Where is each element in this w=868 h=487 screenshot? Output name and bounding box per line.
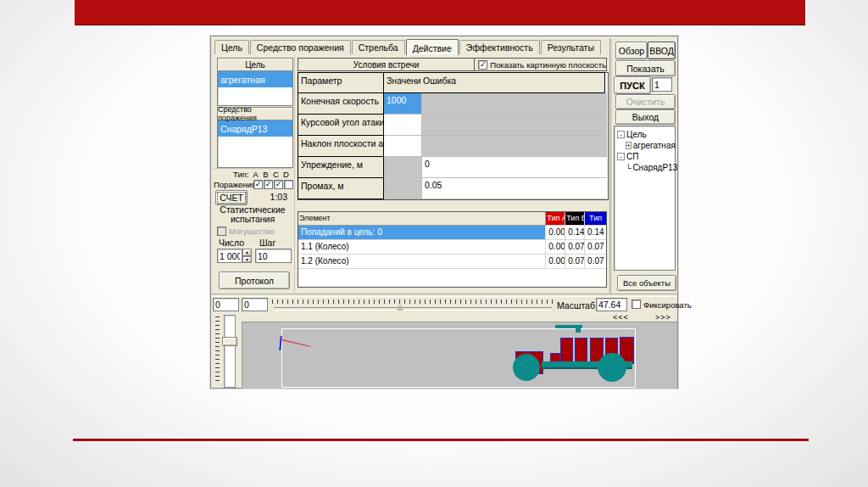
- fix-scale-checkbox[interactable]: [632, 299, 641, 309]
- tree-node-projectile[interactable]: └ СнарядР13: [617, 162, 675, 173]
- param-error-cell: [422, 93, 607, 115]
- power-row: Могущество: [217, 227, 275, 236]
- col-element: Элемент: [298, 212, 546, 226]
- scroll-left-arrows[interactable]: <<<: [613, 313, 629, 322]
- protocol-button[interactable]: Протокол: [219, 271, 290, 289]
- all-objects-button[interactable]: Все объекты: [617, 275, 676, 291]
- count-button[interactable]: СЧЕТ: [215, 190, 248, 205]
- show-plane-checkbox[interactable]: ✓: [478, 60, 487, 70]
- col-param: Параметр: [298, 72, 384, 93]
- tree-node-sp[interactable]: - СП: [617, 151, 675, 162]
- param-error-cell[interactable]: 0.05: [422, 178, 607, 199]
- param-name: Промах, м: [298, 177, 384, 199]
- element-name: 1.2 (Колесо): [298, 255, 546, 269]
- vertical-ruler: [215, 316, 220, 384]
- coord-y-input[interactable]: [242, 298, 268, 311]
- stats-title: Статистические испытания: [211, 205, 294, 224]
- step-input[interactable]: [255, 249, 292, 263]
- param-name: Упреждение, м: [298, 156, 384, 178]
- type-label: Тип:: [233, 170, 248, 179]
- power-checkbox[interactable]: [217, 227, 226, 236]
- table-row[interactable]: 1.2 (Колесо) 0.001 0.077 0.07: [298, 255, 606, 269]
- coord-x-input[interactable]: [213, 298, 239, 311]
- position-slider-thumb[interactable]: [397, 304, 403, 311]
- slide-bottom-red-line: [73, 439, 809, 441]
- tab-results[interactable]: Результаты: [541, 40, 601, 54]
- conditions-table-header: Параметр Значение Ошибка: [298, 73, 608, 93]
- conditions-title: Условия встречи: [298, 59, 475, 70]
- scale-label: Масштаб:: [557, 300, 598, 311]
- spin-up-icon[interactable]: ▲: [242, 249, 252, 256]
- weapon-list-item[interactable]: СнарядР13: [218, 120, 292, 137]
- presentation-slide: Цель Средство поражения Стрельба Действи…: [0, 0, 868, 487]
- spinner-buttons: ▲ ▼: [242, 249, 252, 263]
- overview-button[interactable]: Обзор: [615, 42, 648, 59]
- param-name: Наклон плоскости атаки,: [298, 135, 384, 157]
- position-slider-track[interactable]: [274, 307, 552, 311]
- show-button[interactable]: Показать: [615, 60, 676, 76]
- tree-expand-icon[interactable]: +: [626, 142, 632, 149]
- hits-label: Поражения: [214, 180, 253, 189]
- tab-firing[interactable]: Стрельба: [352, 40, 405, 54]
- start-button[interactable]: ПУСК: [614, 76, 651, 94]
- col-type-c: Тип: [585, 212, 606, 226]
- conditions-header-bar: Условия встречи ✓ Показать картинную пло…: [298, 58, 607, 71]
- tree-collapse-icon[interactable]: -: [617, 153, 625, 160]
- tree-node-label: Цель: [626, 130, 647, 139]
- number-label: Число: [219, 238, 244, 248]
- tree-node-label: СнарядР13: [632, 163, 677, 172]
- scroll-right-arrows[interactable]: >>>: [655, 313, 671, 322]
- number-spinner: ▲ ▼: [217, 249, 252, 263]
- tab-target[interactable]: Цель: [214, 40, 249, 54]
- param-error-cell[interactable]: 0: [422, 157, 607, 178]
- exit-button[interactable]: Выход: [615, 109, 676, 125]
- hit-type-c-checkbox[interactable]: ✓: [274, 180, 283, 189]
- middle-right-splitter[interactable]: [609, 38, 612, 294]
- results-table-header: Элемент Тип A Тип B Тип: [298, 212, 606, 226]
- weapon-listbox-header[interactable]: Средство поражения: [218, 108, 292, 120]
- input-mode-button[interactable]: ВВОД: [648, 42, 676, 59]
- tree-node-label: СП: [626, 152, 638, 161]
- tab-weapon[interactable]: Средство поражения: [250, 40, 351, 54]
- clear-button[interactable]: Очистить: [615, 94, 676, 109]
- value-type-a: 0.002: [546, 226, 565, 240]
- col-error: Ошибка: [420, 72, 605, 93]
- tab-action[interactable]: Действие: [406, 39, 459, 55]
- element-name: 1.1 (Колесо): [298, 240, 546, 255]
- param-value-cell[interactable]: [384, 136, 422, 157]
- hit-type-b-checkbox[interactable]: ✓: [264, 180, 273, 189]
- start-count-input[interactable]: [652, 77, 672, 92]
- type-letter-a: A: [250, 170, 260, 179]
- check-icon: ✓: [265, 181, 272, 188]
- tree-collapse-icon[interactable]: -: [617, 131, 625, 138]
- spin-down-icon[interactable]: ▼: [242, 256, 252, 264]
- param-value-cell[interactable]: 1000: [384, 93, 422, 115]
- target-listbox-header[interactable]: Цель: [218, 59, 292, 71]
- vertical-slider-thumb[interactable]: [222, 337, 237, 346]
- table-row[interactable]: Попаданий в цель: 0 0.002 0.144 0.14: [298, 226, 606, 240]
- element-name: Попаданий в цель: 0: [298, 226, 546, 240]
- scale-input[interactable]: [596, 298, 627, 311]
- tab-effectiveness[interactable]: Эффективность: [459, 40, 540, 54]
- type-letter-b: B: [260, 170, 270, 179]
- tree-node-target[interactable]: - Цель: [617, 129, 675, 140]
- tree-node-aggregate[interactable]: + агрегатная: [617, 140, 675, 151]
- hit-type-a-checkbox[interactable]: ✓: [253, 180, 263, 189]
- fix-scale-label: Фиксировать: [643, 300, 692, 310]
- value-type-b: 0.073: [565, 240, 585, 255]
- param-value-cell[interactable]: [384, 115, 422, 136]
- vertical-slider-track[interactable]: [224, 315, 236, 388]
- number-input[interactable]: [217, 249, 242, 263]
- target-list-item[interactable]: агрегатная: [218, 71, 292, 87]
- param-error-cell: [422, 136, 607, 157]
- value-type-a: 0.001: [546, 255, 565, 269]
- app-window: Цель Средство поражения Стрельба Действи…: [210, 36, 678, 389]
- vehicle-wheel-left: [513, 354, 540, 381]
- vehicle-wheel-right: [598, 353, 626, 382]
- hit-type-d-checkbox[interactable]: [284, 180, 293, 189]
- show-plane-label: Показать картинную плоскость: [490, 60, 606, 70]
- step-label: Шаг: [259, 238, 275, 248]
- table-row[interactable]: 1.1 (Колесо) 0.001 0.073 0.07: [298, 240, 606, 255]
- table-row: Промах, м 0.05: [298, 178, 608, 199]
- value-type-b: 0.077: [565, 255, 585, 269]
